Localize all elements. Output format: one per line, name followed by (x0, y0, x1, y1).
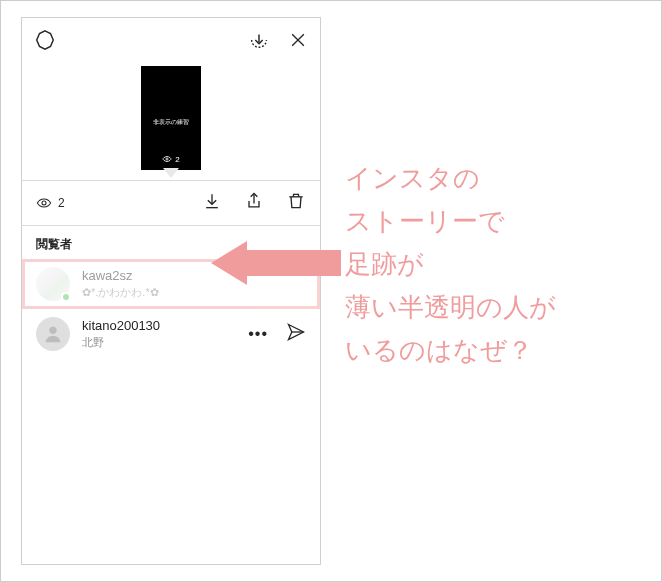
settings-icon[interactable] (34, 29, 56, 55)
eye-icon (36, 195, 52, 211)
story-caption: 非表示の練習 (153, 118, 189, 127)
more-icon[interactable]: ••• (248, 325, 268, 343)
annotation-line: 足跡が (345, 243, 645, 286)
viewers-toolbar: 2 (22, 181, 320, 225)
view-count-number: 2 (58, 196, 65, 210)
person-icon (42, 323, 64, 345)
viewer-username: kitano200130 (82, 318, 160, 335)
viewer-row[interactable]: kitano200130 北野 ••• (22, 309, 320, 359)
viewer-list: kawa2sz ✿*.かわかわ.*✿ kitano200130 北野 ••• (22, 259, 320, 564)
send-message-icon[interactable] (286, 322, 306, 346)
selected-story-pointer (163, 168, 179, 178)
story-topbar (22, 18, 320, 66)
share-icon[interactable] (244, 191, 264, 215)
viewer-username: kawa2sz (82, 268, 159, 285)
view-count: 2 (36, 195, 65, 211)
download-icon[interactable] (202, 191, 222, 215)
avatar[interactable] (36, 317, 70, 351)
close-icon[interactable] (288, 30, 308, 54)
story-thumbnail[interactable]: 非表示の練習 2 (141, 66, 201, 170)
svg-point-1 (166, 158, 168, 160)
story-preview-viewcount: 2 (162, 154, 179, 164)
story-preview-area: 非表示の練習 2 (22, 66, 320, 180)
viewer-displayname: 北野 (82, 335, 160, 349)
annotation-line: 薄い半透明の人が (345, 286, 645, 329)
annotation-text: インスタの ストーリーで 足跡が 薄い半透明の人が いるのはなぜ？ (345, 157, 645, 371)
svg-point-2 (42, 201, 46, 205)
annotation-line: ストーリーで (345, 200, 645, 243)
viewer-row[interactable]: kawa2sz ✿*.かわかわ.*✿ (22, 259, 320, 309)
svg-marker-0 (37, 31, 54, 49)
online-dot-icon (61, 292, 71, 302)
phone-frame: 非表示の練習 2 2 (21, 17, 321, 565)
annotation-line: いるのはなぜ？ (345, 329, 645, 372)
viewers-section-title: 閲覧者 (22, 226, 320, 259)
annotation-line: インスタの (345, 157, 645, 200)
trash-icon[interactable] (286, 191, 306, 215)
viewer-displayname: ✿*.かわかわ.*✿ (82, 285, 159, 299)
avatar[interactable] (36, 267, 70, 301)
save-story-icon[interactable] (248, 29, 270, 55)
svg-point-3 (49, 327, 56, 334)
